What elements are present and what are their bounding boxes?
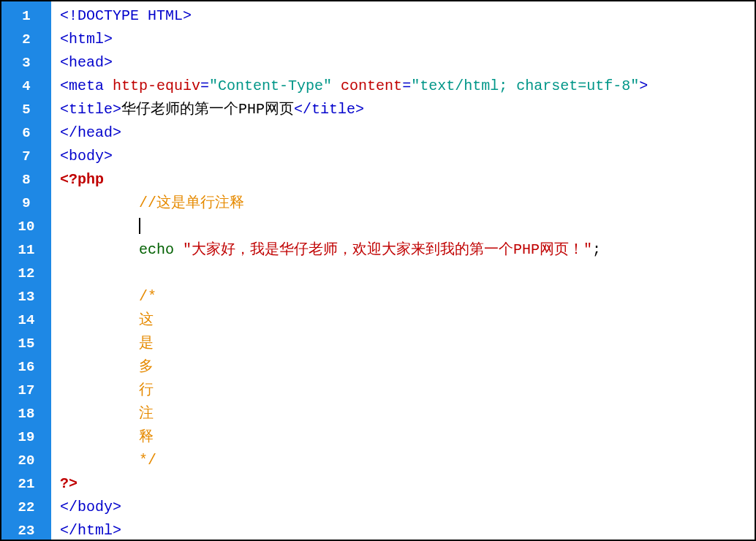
code-token: 注 [139,405,154,422]
code-token: /* [139,288,156,305]
line-number: 9 [1,192,51,215]
text-cursor [139,218,140,234]
line-number: 11 [1,238,51,262]
line-number: 7 [1,145,51,168]
code-token: <?php [60,171,104,188]
code-token [60,405,139,422]
code-editor: 1234567891011121314151617181920212223 <!… [1,1,755,540]
code-line[interactable]: 多 [60,355,755,379]
code-token [60,194,139,211]
line-number: 23 [1,519,51,541]
code-area[interactable]: <!DOCTYPE HTML><html><head><meta http-eq… [51,1,755,540]
line-number: 8 [1,168,51,192]
code-token: 多 [139,358,154,375]
code-token: 释 [139,428,154,445]
code-token [60,428,139,445]
code-line[interactable]: 释 [60,425,755,449]
code-line[interactable]: 行 [60,379,755,402]
line-number: 6 [1,121,51,145]
code-line[interactable]: <title>华仔老师的第一个PHP网页</title> [60,98,755,121]
code-token: ?> [60,475,78,492]
code-token: ; [592,241,601,258]
code-token: 行 [139,382,154,398]
line-number: 18 [1,402,51,425]
code-token: */ [139,452,156,469]
code-line[interactable]: /* [60,285,755,309]
code-token: "Content-Type" [209,77,332,94]
code-token: <meta [60,77,113,94]
code-line[interactable] [60,262,755,285]
line-number: 16 [1,355,51,379]
code-token: </head> [60,124,121,141]
code-token: 是 [139,335,154,352]
line-number: 21 [1,472,51,496]
code-line[interactable]: 这 [60,309,755,332]
code-line[interactable]: <?php [60,168,755,192]
line-number: 15 [1,332,51,355]
code-token: <html> [60,31,113,48]
code-line[interactable]: 是 [60,332,755,355]
code-line[interactable]: </html> [60,519,755,541]
line-number: 19 [1,425,51,449]
code-line[interactable]: //这是单行注释 [60,192,755,215]
line-number: 14 [1,309,51,332]
code-line[interactable]: <meta http-equiv="Content-Type" content=… [60,75,755,98]
code-token: </html> [60,522,121,539]
code-token: <body> [60,148,113,164]
line-number: 10 [1,215,51,238]
code-token: http-equiv [113,77,200,94]
line-number: 2 [1,28,51,51]
code-token: 华仔老师的第一个PHP网页 [121,101,294,118]
code-token [60,218,139,235]
code-token: <!DOCTYPE HTML> [60,7,192,24]
code-token: "text/html; charset=utf-8" [411,77,639,94]
code-line[interactable]: </head> [60,121,755,145]
code-token [60,311,139,328]
code-line[interactable]: 注 [60,402,755,425]
code-token: //这是单行注释 [139,194,244,211]
line-number: 13 [1,285,51,309]
code-line[interactable]: echo "大家好，我是华仔老师，欢迎大家来到我的第一个PHP网页！"; [60,238,755,262]
code-line[interactable]: <head> [60,51,755,75]
code-token [60,335,139,352]
code-token: content [341,77,402,94]
code-token [60,288,139,305]
code-line[interactable]: */ [60,449,755,472]
code-token [60,452,139,469]
code-token: > [639,77,648,94]
code-token [60,382,139,398]
code-line[interactable]: <body> [60,145,755,168]
line-number: 20 [1,449,51,472]
code-token: = [200,77,209,94]
line-number: 4 [1,75,51,98]
line-number-gutter: 1234567891011121314151617181920212223 [1,1,51,540]
code-token [60,241,139,258]
code-token [332,77,341,94]
code-token: 这 [139,311,154,328]
line-number: 3 [1,51,51,75]
code-line[interactable]: <html> [60,28,755,51]
code-token: </body> [60,499,121,515]
line-number: 12 [1,262,51,285]
code-line[interactable]: <!DOCTYPE HTML> [60,4,755,28]
line-number: 5 [1,98,51,121]
code-line[interactable] [60,215,755,238]
code-token: </title> [294,101,364,118]
line-number: 1 [1,4,51,28]
code-token: = [402,77,411,94]
code-token: <head> [60,54,113,71]
line-number: 22 [1,496,51,519]
code-token [60,358,139,375]
code-token: echo [139,241,183,258]
code-token: <title> [60,101,121,118]
code-line[interactable]: </body> [60,496,755,519]
code-token: "大家好，我是华仔老师，欢迎大家来到我的第一个PHP网页！" [183,241,592,258]
code-line[interactable]: ?> [60,472,755,496]
line-number: 17 [1,379,51,402]
